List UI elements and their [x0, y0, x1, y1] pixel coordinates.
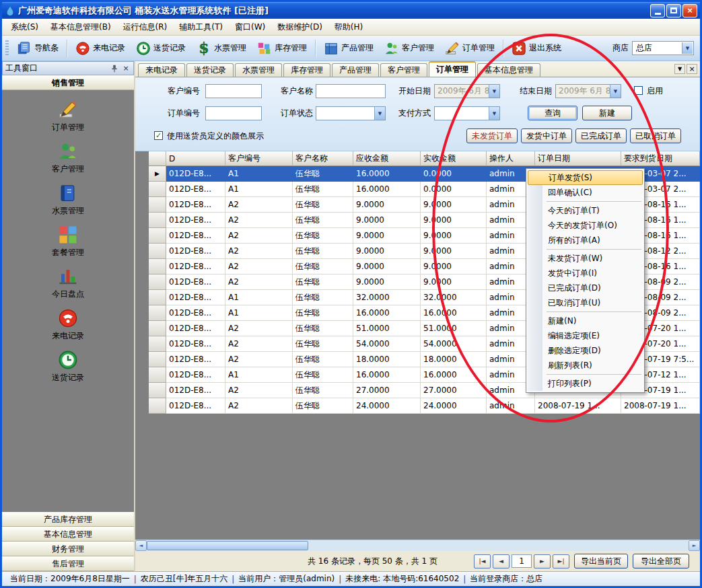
context-menu-item[interactable]: 所有的订单(A)	[528, 233, 643, 248]
tab-6[interactable]: 客户管理	[380, 63, 427, 77]
context-menu-item[interactable]: 今天的发货订单(O)	[528, 218, 643, 233]
sidebar-item-package[interactable]: 套餐管理	[2, 221, 134, 262]
row-selector[interactable]	[149, 305, 166, 321]
sidebar-item-order[interactable]: 订单管理	[2, 96, 134, 137]
context-menu-item[interactable]: 已完成订单(D)	[528, 281, 643, 295]
toolbar-button-navigator[interactable]: 导航条	[11, 38, 64, 59]
row-selector[interactable]	[149, 274, 166, 290]
grid-column-header-3[interactable]: 客户名称	[293, 151, 353, 166]
chevron-down-icon[interactable]: ▼	[610, 85, 621, 98]
row-selector[interactable]	[149, 259, 166, 274]
status-filter-button-4[interactable]: 已取消订单	[630, 128, 681, 143]
context-menu-item[interactable]: 未发货订单(W)	[528, 251, 643, 266]
tab-3[interactable]: 水票管理	[235, 63, 282, 77]
menu-item-aux-tools[interactable]: 辅助工具(T)	[173, 19, 229, 36]
tab-close-button[interactable]: ×	[687, 64, 697, 74]
status-filter-button-1[interactable]: 未发货订单	[466, 128, 518, 143]
tab-1[interactable]: 来电记录	[138, 63, 185, 77]
row-selector[interactable]: ▶	[149, 166, 166, 182]
next-page-button[interactable]: ►	[534, 554, 551, 568]
export-current-page-button[interactable]: 导出当前页	[574, 554, 628, 568]
grid-column-header-6[interactable]: 操作人	[487, 151, 535, 166]
menu-item-data-maintain[interactable]: 数据维护(D)	[271, 19, 328, 36]
first-page-button[interactable]: |◄	[474, 554, 491, 568]
enable-date-checkbox[interactable]	[634, 86, 643, 95]
close-button[interactable]: ×	[682, 4, 697, 17]
sidebar-item-stocktake[interactable]: 今日盘点	[2, 262, 134, 304]
tab-4[interactable]: 库存管理	[283, 63, 330, 77]
query-button[interactable]: 查询	[528, 106, 577, 120]
horizontal-scrollbar[interactable]: ◄ ►	[135, 540, 700, 551]
tab-2[interactable]: 送货记录	[186, 63, 234, 77]
sidebar-item-water-ticket[interactable]: 水票管理	[2, 179, 134, 221]
last-page-button[interactable]: ►|	[553, 554, 569, 568]
menu-item-window[interactable]: 窗口(W)	[229, 19, 271, 36]
table-row[interactable]: 012D-E8...A2伍华聪24.000024.0000admin2008-0…	[149, 398, 700, 414]
row-selector[interactable]	[149, 352, 166, 367]
row-selector[interactable]	[149, 398, 166, 414]
menu-item-base-info[interactable]: 基本信息管理(B)	[44, 19, 117, 36]
chevron-down-icon[interactable]: ▼	[682, 42, 693, 54]
status-filter-button-2[interactable]: 发货中订单	[521, 128, 572, 143]
toolbar-grip[interactable]	[5, 40, 9, 57]
tab-dropdown-button[interactable]: ▼	[674, 64, 685, 74]
sidebar-section-after-sale[interactable]: 售后管理	[2, 556, 134, 571]
row-selector[interactable]	[149, 290, 166, 305]
scroll-left-icon[interactable]: ◄	[135, 540, 147, 551]
toolbar-button-product[interactable]: 产品管理	[318, 38, 379, 59]
start-date-picker[interactable]: 2009年 6月 8日 ▼	[434, 84, 500, 98]
pay-method-combobox[interactable]: ▼	[434, 106, 500, 120]
sidebar-section-product-inventory[interactable]: 产品库存管理	[2, 512, 134, 527]
toolbar-button-exit[interactable]: 退出系统	[506, 38, 567, 59]
toolbar-button-delivery-record[interactable]: 送货记录	[131, 38, 191, 59]
export-all-pages-button[interactable]: 导出全部页	[633, 554, 689, 568]
grid-column-header-1[interactable]: D	[166, 151, 225, 166]
status-filter-button-3[interactable]: 已完成订单	[575, 128, 627, 143]
row-selector[interactable]	[149, 321, 166, 336]
grid-column-header-0[interactable]	[149, 151, 166, 166]
context-menu-item[interactable]: 已取消订单(U)	[528, 295, 643, 310]
toolbar-button-incoming-call[interactable]: 来电记录	[70, 38, 131, 59]
scroll-right-icon[interactable]: ►	[689, 540, 700, 551]
row-selector[interactable]	[149, 336, 166, 352]
tab-7[interactable]: 订单管理	[429, 61, 476, 77]
row-selector[interactable]	[149, 244, 166, 259]
menu-item-help[interactable]: 帮助(H)	[328, 19, 369, 36]
store-combobox[interactable]: 总店 ▼	[632, 41, 694, 55]
tab-5[interactable]: 产品管理	[332, 63, 379, 77]
minimize-button[interactable]	[650, 4, 665, 17]
row-selector[interactable]	[149, 228, 166, 244]
grid-column-header-2[interactable]: 客户编号	[225, 151, 293, 166]
order-status-combobox[interactable]: ▼	[316, 106, 386, 120]
end-date-picker[interactable]: 2009年 6月 8日 ▼	[555, 84, 621, 98]
context-menu-item[interactable]: 打印列表(P)	[528, 376, 643, 391]
order-no-input[interactable]	[205, 106, 262, 120]
sidebar-item-delivery[interactable]: 送货记录	[2, 346, 134, 388]
new-button[interactable]: 新建	[582, 106, 632, 120]
scrollbar-thumb[interactable]	[147, 541, 308, 550]
prev-page-button[interactable]: ◄	[493, 554, 510, 568]
sidebar-item-customer[interactable]: 客户管理	[2, 137, 134, 179]
context-menu-item[interactable]: 订单发货(S)	[528, 170, 643, 185]
sidebar-item-incoming-call[interactable]: 来电记录	[2, 304, 134, 346]
grid-column-header-8[interactable]: 要求到货日期	[621, 151, 700, 166]
context-menu-item[interactable]: 今天的订单(T)	[528, 203, 643, 218]
toolbar-button-inventory[interactable]: 库存管理	[252, 38, 312, 59]
context-menu-item[interactable]: 回单确认(C)	[528, 185, 643, 200]
chevron-down-icon[interactable]: ▼	[374, 107, 385, 120]
toolbar-button-customer[interactable]: 客户管理	[379, 38, 440, 59]
sidebar-section-finance[interactable]: 财务管理	[2, 542, 134, 556]
row-selector[interactable]	[149, 197, 166, 213]
sidebar-section-sales[interactable]: 销售管理	[2, 75, 134, 90]
chevron-down-icon[interactable]: ▼	[489, 85, 499, 98]
maximize-button[interactable]	[666, 4, 681, 17]
tool-window-close-icon[interactable]: ×	[121, 64, 131, 73]
grid-column-header-7[interactable]: 订单日期	[535, 151, 621, 166]
menu-item-run-info[interactable]: 运行信息(R)	[117, 19, 174, 36]
context-menu-item[interactable]: 删除选定项(D)	[528, 343, 643, 358]
context-menu-item[interactable]: 编辑选定项(E)	[528, 328, 643, 343]
row-selector[interactable]	[149, 213, 166, 228]
grid-column-header-4[interactable]: 应收金额	[353, 151, 421, 166]
toolbar-button-order[interactable]: 订单管理	[440, 38, 500, 59]
row-selector[interactable]	[149, 367, 166, 383]
